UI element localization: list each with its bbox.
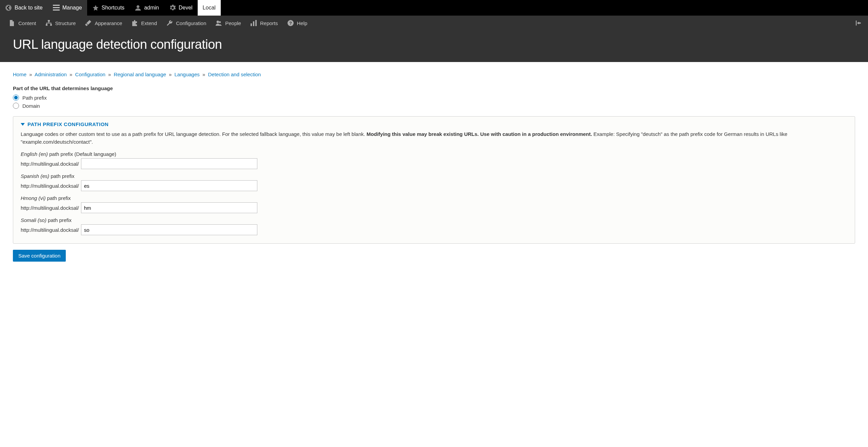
help-text-strong: Modifying this value may break existing … xyxy=(367,131,592,137)
lang-label-es: Spanish (es) path prefix xyxy=(21,173,847,179)
breadcrumb-link[interactable]: Administration xyxy=(35,72,67,77)
svg-point-4 xyxy=(137,5,139,8)
lang-suffix: path prefix xyxy=(49,173,74,179)
path-prefix-configuration-section: PATH PREFIX CONFIGURATION Language codes… xyxy=(13,116,855,244)
lang-label-en: English (en) path prefix (Default langua… xyxy=(21,151,847,157)
help-text: Language codes or other custom text to u… xyxy=(21,130,847,146)
people-icon xyxy=(216,20,222,26)
local-button[interactable]: Local xyxy=(198,0,221,16)
hamburger-icon xyxy=(53,5,60,11)
section-summary-label: PATH PREFIX CONFIGURATION xyxy=(27,121,108,127)
svg-rect-15 xyxy=(856,21,856,26)
svg-text:?: ? xyxy=(289,21,292,26)
menu-help[interactable]: ? Help xyxy=(283,16,312,31)
lang-code: vi xyxy=(40,195,44,201)
devel-label: Devel xyxy=(179,5,193,11)
menu-label: Help xyxy=(297,20,308,26)
breadcrumb-sep: » xyxy=(108,72,111,77)
breadcrumb-sep: » xyxy=(169,72,172,77)
user-label: admin xyxy=(144,5,159,11)
url-base-label: http://multilingual.docksal/ xyxy=(21,227,79,233)
svg-rect-5 xyxy=(48,20,50,22)
svg-rect-3 xyxy=(53,9,60,11)
menu-label: Configuration xyxy=(176,20,206,26)
page-title: URL language detection configuration xyxy=(13,37,855,52)
menu-label: Extend xyxy=(141,20,157,26)
input-row-vi: http://multilingual.docksal/ xyxy=(21,202,847,213)
radio-domain[interactable]: Domain xyxy=(13,103,855,109)
toggle-orientation-button[interactable] xyxy=(854,16,864,31)
chevron-left-circle-icon xyxy=(5,4,12,11)
shortcuts-button[interactable]: Shortcuts xyxy=(87,0,130,16)
svg-rect-6 xyxy=(46,24,47,26)
input-row-so: http://multilingual.docksal/ xyxy=(21,224,847,235)
menu-reports[interactable]: Reports xyxy=(246,16,283,31)
lang-name: Spanish xyxy=(21,173,39,179)
input-row-es: http://multilingual.docksal/ xyxy=(21,180,847,191)
breadcrumb-link[interactable]: Regional and language xyxy=(114,72,166,77)
breadcrumb-link[interactable]: Languages xyxy=(175,72,200,77)
breadcrumb-sep: » xyxy=(70,72,72,77)
lang-name: Hmong xyxy=(21,195,37,201)
sitemap-icon xyxy=(46,20,52,26)
page-title-region: URL language detection configuration xyxy=(0,31,868,62)
menu-label: Appearance xyxy=(95,20,122,26)
svg-point-8 xyxy=(217,21,219,23)
top-toolbar: Back to site Manage Shortcuts admin Deve… xyxy=(0,0,868,16)
back-to-site-button[interactable]: Back to site xyxy=(0,0,48,16)
lang-name: Somali xyxy=(21,217,36,223)
admin-menu: Content Structure Appearance Extend Conf… xyxy=(0,16,868,31)
section-summary[interactable]: PATH PREFIX CONFIGURATION xyxy=(13,117,855,130)
url-part-legend: Part of the URL that determines language xyxy=(13,85,855,91)
path-prefix-input-en[interactable] xyxy=(81,158,257,169)
paintbrush-icon xyxy=(85,20,91,26)
radio-domain-input[interactable] xyxy=(13,103,19,109)
svg-rect-2 xyxy=(53,7,60,8)
radio-path-prefix[interactable]: Path prefix xyxy=(13,95,855,101)
menu-content[interactable]: Content xyxy=(4,16,41,31)
save-configuration-button[interactable]: Save configuration xyxy=(13,250,66,262)
svg-rect-11 xyxy=(253,21,254,26)
svg-rect-12 xyxy=(255,20,257,26)
collapse-icon xyxy=(856,20,862,26)
star-icon xyxy=(92,4,99,11)
menu-label: People xyxy=(225,20,241,26)
lang-code: so xyxy=(39,217,45,223)
menu-extend[interactable]: Extend xyxy=(127,16,162,31)
manage-button[interactable]: Manage xyxy=(48,0,87,16)
help-text-plain: Language codes or other custom text to u… xyxy=(21,131,367,137)
menu-label: Structure xyxy=(55,20,76,26)
menu-label: Content xyxy=(18,20,36,26)
path-prefix-input-vi[interactable] xyxy=(81,202,257,213)
content-region: Home » Administration » Configuration » … xyxy=(0,62,868,275)
lang-suffix: path prefix (Default language) xyxy=(48,151,116,157)
breadcrumb-link[interactable]: Configuration xyxy=(75,72,105,77)
breadcrumb-sep: » xyxy=(29,72,32,77)
back-to-site-label: Back to site xyxy=(15,5,43,11)
breadcrumb-link[interactable]: Detection and selection xyxy=(208,72,261,77)
lang-name: English xyxy=(21,151,37,157)
devel-button[interactable]: Devel xyxy=(164,0,198,16)
document-icon xyxy=(9,20,15,26)
user-button[interactable]: admin xyxy=(130,0,164,16)
radio-path-prefix-input[interactable] xyxy=(13,95,19,101)
menu-people[interactable]: People xyxy=(211,16,246,31)
svg-point-0 xyxy=(5,5,12,11)
menu-label: Reports xyxy=(260,20,278,26)
menu-structure[interactable]: Structure xyxy=(41,16,81,31)
shortcuts-label: Shortcuts xyxy=(102,5,125,11)
input-row-en: http://multilingual.docksal/ xyxy=(21,158,847,169)
breadcrumb-link[interactable]: Home xyxy=(13,72,26,77)
menu-appearance[interactable]: Appearance xyxy=(80,16,127,31)
menu-configuration[interactable]: Configuration xyxy=(162,16,211,31)
breadcrumb: Home » Administration » Configuration » … xyxy=(13,72,855,77)
lang-suffix: path prefix xyxy=(46,217,72,223)
url-base-label: http://multilingual.docksal/ xyxy=(21,161,79,167)
path-prefix-input-es[interactable] xyxy=(81,180,257,191)
local-label: Local xyxy=(203,5,216,11)
path-prefix-input-so[interactable] xyxy=(81,224,257,235)
breadcrumb-sep: » xyxy=(202,72,205,77)
url-base-label: http://multilingual.docksal/ xyxy=(21,205,79,211)
manage-label: Manage xyxy=(62,5,82,11)
lang-label-vi: Hmong (vi) path prefix xyxy=(21,195,847,201)
